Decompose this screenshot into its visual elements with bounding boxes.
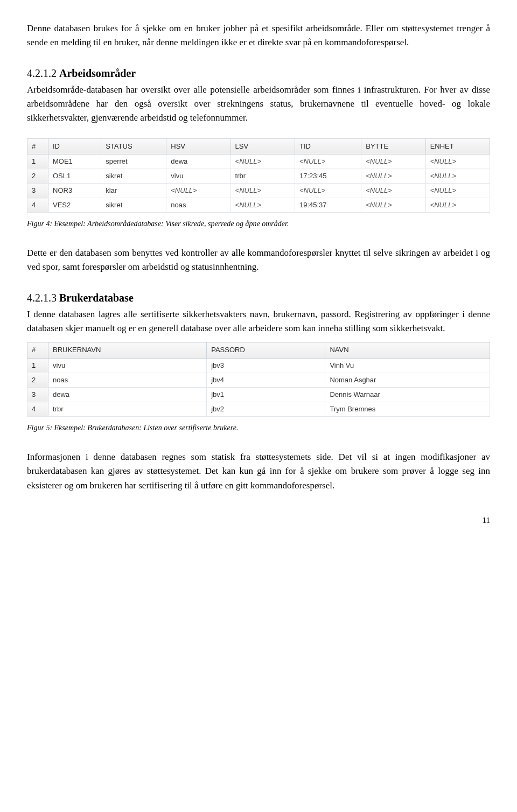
- table-cell: OSL1: [48, 169, 101, 184]
- table-cell: VES2: [48, 198, 101, 213]
- table-cell: <NULL>: [230, 154, 295, 169]
- table-header: ENHET: [425, 138, 490, 154]
- table-cell: 1: [27, 154, 48, 169]
- table-header: TID: [295, 138, 361, 154]
- table-cell: 2: [27, 373, 48, 387]
- table-header: #: [27, 138, 48, 154]
- table-arbeidsomrader: #IDSTATUSHSVLSVTIDBYTTEENHET 1MOE1sperre…: [27, 138, 490, 213]
- table-cell: dewa: [166, 154, 230, 169]
- table-cell: MOE1: [48, 154, 101, 169]
- table-cell: 17:23:45: [295, 169, 361, 184]
- table-cell: 3: [27, 387, 48, 402]
- section-number: 4.2.1.3: [27, 292, 59, 304]
- table-row: 1MOE1sperretdewa<NULL><NULL><NULL><NULL>: [27, 154, 490, 169]
- table-cell: trbr: [230, 169, 295, 184]
- table-row: 3NOR3klar<NULL><NULL><NULL><NULL><NULL>: [27, 184, 490, 198]
- table-cell: <NULL>: [425, 169, 490, 184]
- sec1-paragraph-2: Dette er den databasen som benyttes ved …: [27, 246, 490, 275]
- section-title: Arbeidsområder: [59, 67, 136, 79]
- intro-paragraph: Denne databasen brukes for å sjekke om e…: [27, 22, 490, 50]
- table-cell: 1: [27, 358, 48, 373]
- section-number: 4.2.1.2: [27, 67, 59, 79]
- table-cell: vivu: [166, 169, 230, 184]
- table-cell: Trym Bremnes: [325, 402, 490, 417]
- table-cell: jbv1: [207, 387, 325, 402]
- table-cell: Vinh Vu: [325, 358, 490, 373]
- table-brukerdatabase: #BRUKERNAVNPASSORDNAVN 1vivujbv3Vinh Vu2…: [27, 342, 490, 417]
- table-cell: <NULL>: [166, 184, 230, 198]
- table-cell: 2: [27, 169, 48, 184]
- sec2-paragraph-2: Informasjonen i denne databasen regnes s…: [27, 450, 490, 493]
- table-cell: NOR3: [48, 184, 101, 198]
- table-row: 1vivujbv3Vinh Vu: [27, 358, 490, 373]
- figure-5-caption: Figur 5: Eksempel: Brukerdatabasen: List…: [27, 422, 490, 434]
- section-heading-brukerdatabase: 4.2.1.3 Brukerdatabase: [27, 290, 490, 306]
- table-header: LSV: [230, 138, 295, 154]
- table-cell: 19:45:37: [295, 198, 361, 213]
- table-cell: 4: [27, 402, 48, 417]
- table-cell: noas: [166, 198, 230, 213]
- page-number: 11: [27, 514, 490, 527]
- figure-4-caption: Figur 4: Eksempel: Arbeidsområdedatabase…: [27, 218, 490, 230]
- table-cell: klar: [101, 184, 166, 198]
- table-cell: <NULL>: [361, 169, 425, 184]
- table-header: BYTTE: [361, 138, 425, 154]
- table-row: 3dewajbv1Dennis Warnaar: [27, 387, 490, 402]
- table-header: HSV: [166, 138, 230, 154]
- table-cell: jbv4: [207, 373, 325, 387]
- table-cell: Dennis Warnaar: [325, 387, 490, 402]
- sec2-paragraph-1: I denne databasen lagres alle sertifiser…: [27, 307, 490, 336]
- table-row: 4VES2sikretnoas<NULL>19:45:37<NULL><NULL…: [27, 198, 490, 213]
- table-header: #: [27, 342, 48, 358]
- table-cell: dewa: [48, 387, 207, 402]
- table-cell: Noman Asghar: [325, 373, 490, 387]
- table-header: STATUS: [101, 138, 166, 154]
- table-cell: <NULL>: [425, 198, 490, 213]
- table-cell: sikret: [101, 169, 166, 184]
- table-cell: <NULL>: [230, 198, 295, 213]
- table-header: NAVN: [325, 342, 490, 358]
- table-cell: <NULL>: [230, 184, 295, 198]
- table-header: BRUKERNAVN: [48, 342, 207, 358]
- sec1-paragraph-1: Arbeidsområde-databasen har oversikt ove…: [27, 83, 490, 125]
- table-row: 4trbrjbv2Trym Bremnes: [27, 402, 490, 417]
- table-cell: <NULL>: [295, 184, 361, 198]
- table-cell: 3: [27, 184, 48, 198]
- table-cell: sikret: [101, 198, 166, 213]
- table-cell: noas: [48, 373, 207, 387]
- table-header: PASSORD: [207, 342, 325, 358]
- table-cell: <NULL>: [425, 184, 490, 198]
- section-title: Brukerdatabase: [59, 292, 134, 304]
- table-cell: trbr: [48, 402, 207, 417]
- table-cell: <NULL>: [361, 154, 425, 169]
- table-row: 2OSL1sikretvivutrbr17:23:45<NULL><NULL>: [27, 169, 490, 184]
- table-cell: sperret: [101, 154, 166, 169]
- table-cell: <NULL>: [425, 154, 490, 169]
- table-cell: vivu: [48, 358, 207, 373]
- table-cell: jbv2: [207, 402, 325, 417]
- table-cell: 4: [27, 198, 48, 213]
- table-cell: <NULL>: [295, 154, 361, 169]
- section-heading-arbeidsomrader: 4.2.1.2 Arbeidsområder: [27, 65, 490, 82]
- table-cell: <NULL>: [361, 198, 425, 213]
- table-row: 2noasjbv4Noman Asghar: [27, 373, 490, 387]
- table-header: ID: [48, 138, 101, 154]
- table-cell: <NULL>: [361, 184, 425, 198]
- table-cell: jbv3: [207, 358, 325, 373]
